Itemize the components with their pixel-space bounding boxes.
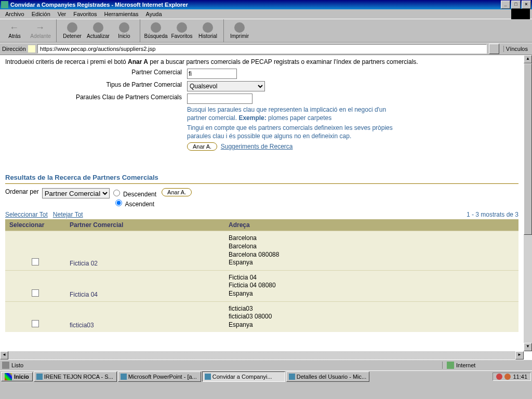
- back-button[interactable]: ←Atrás: [2, 20, 27, 41]
- clock: 11:41: [513, 374, 527, 380]
- row-checkbox[interactable]: [32, 320, 39, 327]
- window-titlebar: Convidar a Companyies Registrades - Micr…: [0, 0, 532, 9]
- row-partner: Ficticia 02: [65, 231, 224, 270]
- scroll-right-button[interactable]: ►: [515, 351, 524, 360]
- taskbar: Inicio IRENE TEJON ROCA - S...Microsoft …: [0, 370, 532, 382]
- task-icon: [121, 374, 127, 380]
- system-tray: 11:41: [493, 373, 531, 381]
- row-address: BarcelonaBarcelonaBarcelona 080088Espany…: [224, 231, 518, 270]
- input-paraules[interactable]: [187, 94, 252, 104]
- links-label[interactable]: Vínculos: [503, 46, 530, 52]
- menu-ayuda[interactable]: Ayuda: [143, 10, 165, 18]
- results-count: 1 - 3 mostrats de 3: [467, 211, 518, 218]
- hint-keywords-1: Busqui les paraules clau que representen…: [187, 106, 405, 122]
- stop-button[interactable]: Detener: [60, 20, 85, 41]
- results-table: Seleccionar Partner Comercial Adreça Fic…: [5, 219, 518, 332]
- page-content: Introdueixi criteris de recerca i premi …: [0, 55, 532, 360]
- label-tipus: Tipus de Partner Comercial: [5, 81, 187, 88]
- radio-ascendent[interactable]: Ascendent: [113, 198, 156, 208]
- ie-icon: [1, 1, 8, 8]
- toolbar: ←Atrás →Adelante Detener Actualizar Inic…: [0, 19, 532, 43]
- row-partner: Ficticia 04: [65, 270, 224, 301]
- status-bar: Listo Internet: [0, 360, 532, 370]
- col-partner: Partner Comercial: [65, 219, 224, 231]
- scroll-up-button[interactable]: ▲: [524, 55, 532, 63]
- taskbar-task[interactable]: Convidar a Companyi...: [202, 371, 285, 382]
- search-button[interactable]: Búsqueda: [143, 20, 168, 41]
- row-address: Ficticia 04Ficticia 04 08080Espanya: [224, 270, 518, 301]
- link-netejar-tot[interactable]: Netejar Tot: [53, 211, 83, 218]
- label-partner: Partner Comercial: [5, 69, 187, 76]
- task-icon: [289, 374, 295, 380]
- favorites-button[interactable]: Favoritos: [169, 20, 194, 41]
- task-icon: [205, 374, 211, 380]
- input-partner[interactable]: [187, 69, 237, 79]
- select-tipus[interactable]: Qualsevol: [187, 81, 265, 91]
- address-bar: Dirección Vínculos: [0, 43, 532, 55]
- zone-text: Internet: [456, 362, 475, 368]
- menu-edicion[interactable]: Edición: [29, 10, 54, 18]
- intro-text: Introdueixi criteris de recerca i premi …: [5, 58, 518, 65]
- page-icon: [28, 45, 35, 52]
- menu-archivo[interactable]: Archivo: [2, 10, 28, 18]
- menu-ver[interactable]: Ver: [55, 10, 70, 18]
- go-button[interactable]: [489, 44, 499, 54]
- sort-go-button[interactable]: Anar A.: [162, 188, 192, 196]
- label-ordenar: Ordenar per: [5, 188, 39, 195]
- col-seleccionar: Seleccionar: [5, 219, 65, 231]
- tray-icon-1[interactable]: [496, 374, 502, 380]
- menu-favoritos[interactable]: Favoritos: [70, 10, 100, 18]
- horizontal-scrollbar[interactable]: ◄ ►: [0, 351, 524, 360]
- table-row: ficticia03ficticia03ficticia03 08000Espa…: [5, 301, 518, 332]
- menu-bar: Archivo Edición Ver Favoritos Herramient…: [0, 9, 532, 19]
- scroll-left-button[interactable]: ◄: [0, 351, 8, 360]
- row-address: ficticia03ficticia03 08000Espanya: [224, 301, 518, 332]
- maximize-button[interactable]: □: [511, 1, 521, 9]
- forward-button: →Adelante: [28, 20, 53, 41]
- anar-a-button[interactable]: Anar A.: [187, 142, 217, 151]
- refresh-button[interactable]: Actualizar: [86, 20, 111, 41]
- scroll-down-button[interactable]: ▼: [524, 343, 532, 351]
- address-label: Dirección: [2, 46, 26, 52]
- windows-logo-icon: [511, 9, 530, 19]
- table-row: Ficticia 02BarcelonaBarcelonaBarcelona 0…: [5, 231, 518, 270]
- home-button[interactable]: Inicio: [112, 20, 137, 41]
- table-row: Ficticia 04Ficticia 04Ficticia 04 08080E…: [5, 270, 518, 301]
- row-checkbox[interactable]: [32, 289, 39, 297]
- taskbar-task[interactable]: Microsoft PowerPoint - [a...: [118, 371, 201, 382]
- minimize-button[interactable]: _: [501, 1, 510, 9]
- row-checkbox[interactable]: [32, 258, 39, 265]
- history-button[interactable]: Historial: [195, 20, 220, 41]
- hint-keywords-2: Tingui en compte que els partners comerc…: [187, 124, 405, 140]
- taskbar-task[interactable]: IRENE TEJON ROCA - S...: [34, 371, 117, 382]
- label-paraules: Paraules Clau de Partners Comercials: [5, 94, 187, 101]
- task-icon: [36, 374, 43, 380]
- sort-row: Ordenar perPartner Comercial Descendent …: [5, 188, 518, 208]
- link-seleccionar-tot[interactable]: Seleccionar Tot: [5, 211, 48, 218]
- status-icon: [2, 362, 9, 369]
- tray-icon-2[interactable]: [504, 374, 511, 380]
- results-title: Resultats de la Recerca de Partners Come…: [5, 174, 518, 181]
- link-suggeriments[interactable]: Suggeriments de Recerca: [221, 143, 293, 150]
- vertical-scrollbar[interactable]: ▲ ▼: [524, 55, 532, 351]
- globe-icon: [447, 362, 454, 369]
- print-button[interactable]: Imprimir: [227, 20, 252, 41]
- close-button[interactable]: ×: [522, 1, 531, 9]
- windows-icon: [5, 373, 12, 380]
- taskbar-task[interactable]: Detalles del Usuario - Mic...: [286, 371, 369, 382]
- start-button[interactable]: Inicio: [1, 372, 33, 381]
- select-ordenar[interactable]: Partner Comercial: [42, 188, 110, 198]
- status-text: Listo: [11, 362, 23, 368]
- col-adreca: Adreça: [224, 219, 518, 231]
- menu-herramientas[interactable]: Herramientas: [101, 10, 142, 18]
- window-title: Convidar a Companyies Registrades - Micr…: [10, 0, 188, 9]
- row-partner: ficticia03: [65, 301, 224, 332]
- radio-descendent[interactable]: Descendent: [111, 188, 156, 198]
- address-input[interactable]: [37, 44, 487, 54]
